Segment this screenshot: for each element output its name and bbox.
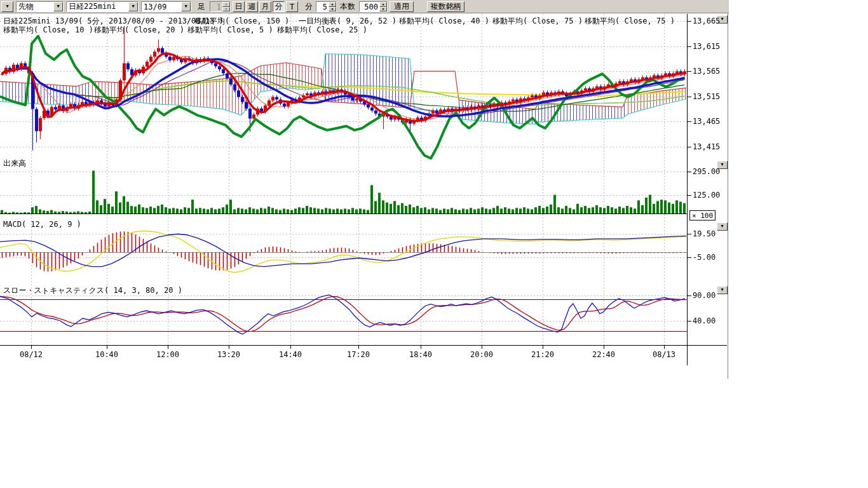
- multi-symbol-button[interactable]: 複数銘柄: [427, 1, 465, 12]
- macd-axis-scale-button[interactable]: ▼: [717, 222, 728, 231]
- chevron-down-icon: ▼: [721, 288, 723, 292]
- dropdown-button[interactable]: ▼: [53, 2, 63, 11]
- stoch-panel-label: スロー・ストキャスティクス( 14, 3, 80, 20 ): [3, 285, 182, 296]
- time-tick-label: 12:00: [156, 350, 179, 359]
- time-tick-label: 08/12: [20, 350, 43, 359]
- time-tick-label: 18:40: [409, 350, 432, 359]
- chart-plot-area[interactable]: [0, 13, 729, 365]
- axis-tick-label: 13,465: [693, 117, 720, 126]
- time-tick-label: 17:20: [347, 350, 370, 359]
- axis-tick-label: 13,615: [693, 42, 720, 51]
- bar-count-spinner[interactable]: 500 ▲ ▼: [359, 1, 388, 12]
- axis-tick-label: 125.00: [693, 191, 720, 200]
- spin-down-icon[interactable]: ▼: [329, 7, 336, 12]
- spin-control[interactable]: ▲ ▼: [222, 2, 230, 11]
- time-tick-label: 13:20: [217, 350, 240, 359]
- volume-multiplier-badge: × 100: [689, 210, 715, 220]
- contract-month-combo[interactable]: 13/09 ▼: [141, 1, 191, 12]
- axis-tick-label: 40.00: [693, 316, 715, 325]
- toolbar: ▼ 先物 ▼ 日経225mini ▼ 13/09 ▼ 足 1 ▲ ▼ 日 週 月…: [0, 0, 729, 13]
- period-week-button[interactable]: 週: [246, 1, 258, 12]
- minute-label: 分: [305, 1, 313, 12]
- chevron-down-icon: ▼: [721, 17, 723, 22]
- instrument-type-combo[interactable]: 先物 ▼: [16, 1, 64, 12]
- bar-interval-value: 1: [210, 3, 222, 11]
- chevron-down-icon: ▼: [721, 163, 723, 167]
- symbol-combo[interactable]: 日経225mini ▼: [66, 1, 139, 12]
- chevron-down-icon: ▼: [57, 4, 59, 9]
- indicator-label: 移動平均( Close, 25 ): [277, 25, 367, 36]
- bar-count-label: 本数: [340, 1, 355, 12]
- axis-tick-label: 90.00: [693, 291, 715, 300]
- minute-value: 5: [316, 3, 329, 11]
- indicator-label: 移動平均( Close, 10 ): [3, 25, 93, 36]
- spin-up-icon[interactable]: ▲: [329, 2, 336, 7]
- period-minute-button[interactable]: 分: [273, 1, 285, 12]
- period-tick-button[interactable]: T: [286, 1, 298, 12]
- indicator-label: 移動平均( Close, 5 ): [187, 25, 273, 36]
- dropdown-button[interactable]: ▼: [181, 2, 191, 11]
- spin-up-icon[interactable]: ▲: [379, 2, 387, 7]
- contract-month-value: 13/09: [144, 3, 181, 11]
- chevron-down-icon: ▼: [6, 4, 8, 9]
- indicator-label: 移動平均( Close, 75 ): [585, 16, 675, 27]
- chevron-down-icon: ▼: [132, 4, 134, 9]
- bar-interval-spinner[interactable]: 1 ▲ ▼: [210, 1, 231, 12]
- bar-type-label: 足: [198, 1, 205, 12]
- trading-app-window: ▼ 先物 ▼ 日経225mini ▼ 13/09 ▼ 足 1 ▲ ▼ 日 週 月…: [0, 0, 868, 488]
- axis-tick-label: 13,665: [693, 17, 720, 25]
- period-day-button[interactable]: 日: [233, 1, 245, 12]
- chevron-down-icon: ▼: [721, 224, 723, 229]
- indicator-label: 移動平均( Close, 20 ): [94, 25, 184, 36]
- volume-panel-label: 出来高: [3, 158, 26, 169]
- stoch-axis-scale-button[interactable]: ▼: [717, 286, 728, 294]
- spin-down-icon[interactable]: ▼: [222, 7, 230, 12]
- mini-dropdown-button[interactable]: ▼: [1, 1, 13, 12]
- axis-tick-label: 13,415: [693, 142, 720, 151]
- axis-tick-label: -5.00: [693, 253, 715, 262]
- time-tick-label: 21:20: [531, 350, 554, 359]
- dropdown-button[interactable]: ▼: [128, 2, 138, 11]
- instrument-type-value: 先物: [18, 1, 53, 12]
- spin-up-icon[interactable]: ▲: [222, 2, 230, 7]
- indicator-label: 移動平均( Close, 75 ): [492, 16, 583, 27]
- time-tick-label: 14:40: [279, 350, 302, 359]
- time-tick-label: 22:40: [592, 350, 615, 359]
- spin-down-icon[interactable]: ▼: [379, 7, 387, 12]
- axis-tick-label: 13,565: [693, 67, 720, 76]
- chart-window: 日経225mini 13/09( 5分, 2013/08/09 - 2013/0…: [0, 13, 729, 365]
- symbol-value: 日経225mini: [69, 1, 128, 12]
- axis-tick-label: 19.50: [693, 229, 715, 238]
- spin-control[interactable]: ▲ ▼: [379, 2, 387, 11]
- time-tick-label: 20:00: [470, 350, 493, 359]
- chevron-down-icon: ▼: [184, 4, 187, 9]
- time-tick-label: 10:40: [95, 350, 118, 359]
- indicator-label: 移動平均( Close, 40 ): [399, 16, 489, 27]
- minute-spinner[interactable]: 5 ▲ ▼: [316, 1, 337, 12]
- apply-button[interactable]: 適用: [390, 1, 414, 12]
- macd-panel-label: MACD( 12, 26, 9 ): [3, 220, 81, 229]
- axis-tick-label: 295.00: [693, 167, 720, 176]
- axis-tick-label: 13,515: [693, 92, 720, 101]
- bar-count-value: 500: [360, 3, 379, 11]
- window-right-border: [728, 13, 728, 379]
- period-month-button[interactable]: 月: [259, 1, 271, 12]
- time-tick-label: 08/13: [653, 350, 675, 359]
- spin-control[interactable]: ▲ ▼: [329, 2, 336, 11]
